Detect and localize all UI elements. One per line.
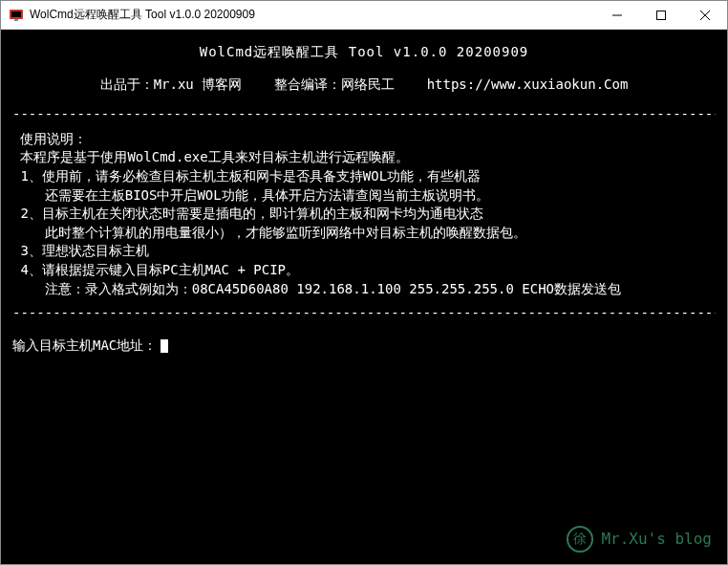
close-button[interactable] [683, 1, 727, 29]
console-header: WolCmd远程唤醒工具 Tool v1.0.0 20200909 [12, 43, 716, 62]
app-icon [9, 8, 24, 23]
window-title: WolCmd远程唤醒工具 Tool v1.0.0 20200909 [30, 7, 595, 23]
divider-top: ----------------------------------------… [12, 105, 716, 124]
console-credits: 出品于：Mr.xu 博客网 整合编译：网络民工 https://www.xuxi… [12, 76, 716, 95]
svg-rect-4 [657, 11, 666, 19]
input-prompt-label: 输入目标主机MAC地址： [12, 337, 157, 356]
input-prompt-line[interactable]: 输入目标主机MAC地址： [12, 337, 716, 356]
minimize-button[interactable] [595, 1, 639, 29]
svg-rect-2 [14, 19, 18, 21]
watermark-text: Mr.Xu's blog [601, 529, 712, 550]
watermark: 徐 Mr.Xu's blog [567, 526, 712, 553]
watermark-icon: 徐 [567, 526, 593, 553]
window-controls [595, 1, 727, 29]
titlebar: WolCmd远程唤醒工具 Tool v1.0.0 20200909 [1, 1, 727, 30]
instructions-text: 使用说明： 本程序是基于使用WolCmd.exe工具来对目标主机进行远程唤醒。 … [12, 130, 716, 298]
text-cursor [161, 339, 168, 353]
app-window: WolCmd远程唤醒工具 Tool v1.0.0 20200909 WolCmd… [0, 0, 728, 565]
svg-rect-1 [11, 11, 21, 17]
divider-bottom: ----------------------------------------… [12, 304, 716, 323]
maximize-button[interactable] [639, 1, 683, 29]
console-area[interactable]: WolCmd远程唤醒工具 Tool v1.0.0 20200909 出品于：Mr… [1, 30, 727, 564]
